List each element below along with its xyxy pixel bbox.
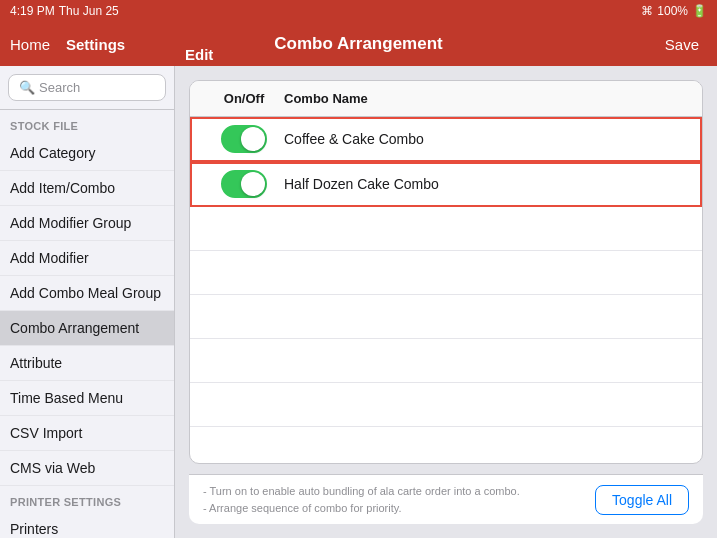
main-layout: 🔍 Search STOCK FILEAdd CategoryAdd Item/… [0, 66, 717, 538]
empty-row [190, 383, 702, 427]
empty-row [190, 207, 702, 251]
sidebar-item[interactable]: Add Item/Combo [0, 171, 174, 206]
table-container: On/Off Combo Name Coffee & Cake ComboHal… [189, 80, 703, 524]
status-right: ⌘ 100% 🔋 [641, 4, 707, 18]
sidebar-item[interactable]: Attribute [0, 346, 174, 381]
combo-toggle[interactable] [221, 125, 267, 153]
sidebar-item[interactable]: Combo Arrangement [0, 311, 174, 346]
date-label: Thu Jun 25 [59, 4, 119, 18]
search-icon: 🔍 [19, 80, 35, 95]
battery-icon: 🔋 [692, 4, 707, 18]
time-label: 4:19 PM [10, 4, 55, 18]
footer-line1: - Turn on to enable auto bundling of ala… [203, 483, 520, 500]
status-bar: 4:19 PM Thu Jun 25 ⌘ 100% 🔋 [0, 0, 717, 22]
empty-row [190, 339, 702, 383]
sidebar-section-header: STOCK FILE [0, 110, 174, 136]
search-placeholder: Search [39, 80, 80, 95]
sidebar-item[interactable]: Add Combo Meal Group [0, 276, 174, 311]
sidebar-item[interactable]: Time Based Menu [0, 381, 174, 416]
home-nav-item[interactable]: Home [10, 36, 50, 53]
sidebar-section-header: PRINTER SETTINGS [0, 486, 174, 512]
save-button[interactable]: Save [657, 32, 707, 57]
nav-title: Edit Combo Arrangement [170, 34, 547, 54]
table-row: Coffee & Cake Combo [190, 117, 702, 162]
combo-toggle[interactable] [221, 170, 267, 198]
empty-row [190, 251, 702, 295]
footer-line2: - Arrange sequence of combo for priority… [203, 500, 520, 517]
footer-bar: - Turn on to enable auto bundling of ala… [189, 474, 703, 524]
battery-label: 100% [657, 4, 688, 18]
nav-bar: Home Settings Edit Combo Arrangement Sav… [0, 22, 717, 66]
settings-nav-item[interactable]: Settings [66, 36, 125, 53]
edit-button[interactable]: Edit [185, 46, 213, 63]
sidebar-item[interactable]: Add Category [0, 136, 174, 171]
toggle-all-button[interactable]: Toggle All [595, 485, 689, 515]
sidebar-item[interactable]: Printers [0, 512, 174, 538]
sidebar: 🔍 Search STOCK FILEAdd CategoryAdd Item/… [0, 66, 175, 538]
empty-row [190, 427, 702, 464]
table-card: On/Off Combo Name Coffee & Cake ComboHal… [189, 80, 703, 464]
sidebar-sections: STOCK FILEAdd CategoryAdd Item/ComboAdd … [0, 110, 174, 538]
empty-row [190, 295, 702, 339]
table-header: On/Off Combo Name [190, 81, 702, 117]
toggle-cell [204, 170, 284, 198]
table-body: Coffee & Cake ComboHalf Dozen Cake Combo [190, 117, 702, 464]
footer-text: - Turn on to enable auto bundling of ala… [203, 483, 520, 516]
combo-name-label: Coffee & Cake Combo [284, 131, 688, 147]
sidebar-item[interactable]: Add Modifier [0, 241, 174, 276]
combo-name-label: Half Dozen Cake Combo [284, 176, 688, 192]
search-input[interactable]: 🔍 Search [8, 74, 166, 101]
sidebar-item[interactable]: Add Modifier Group [0, 206, 174, 241]
wifi-icon: ⌘ [641, 4, 653, 18]
col-onoff-header: On/Off [204, 91, 284, 106]
nav-left: Home Settings [10, 36, 170, 53]
content-area: On/Off Combo Name Coffee & Cake ComboHal… [175, 66, 717, 538]
sidebar-item[interactable]: CMS via Web [0, 451, 174, 486]
table-row: Half Dozen Cake Combo [190, 162, 702, 207]
page-title: Combo Arrangement [274, 34, 442, 53]
col-name-header: Combo Name [284, 91, 688, 106]
sidebar-item[interactable]: CSV Import [0, 416, 174, 451]
status-left: 4:19 PM Thu Jun 25 [10, 4, 119, 18]
search-bar: 🔍 Search [0, 66, 174, 110]
nav-right: Save [547, 32, 707, 57]
toggle-cell [204, 125, 284, 153]
